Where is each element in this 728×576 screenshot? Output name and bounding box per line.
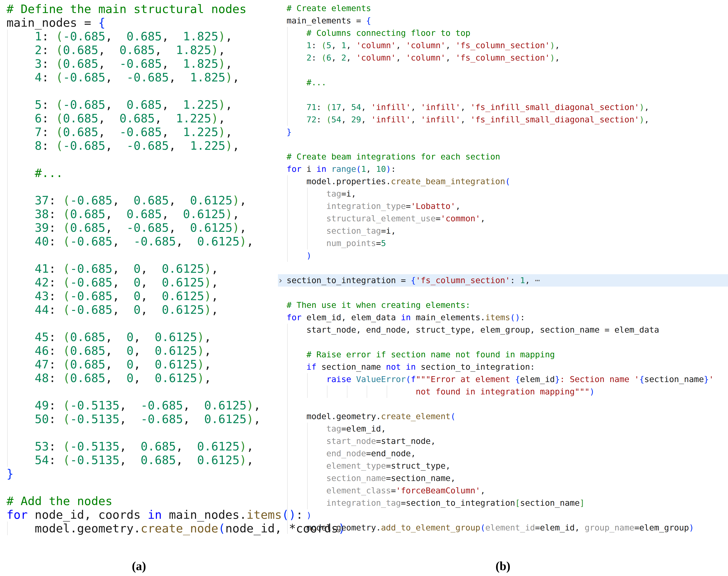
code-line: #... xyxy=(278,76,728,89)
code-token: -0.685 xyxy=(70,262,112,276)
code-token: -0.685 xyxy=(141,412,183,426)
code-token: ) xyxy=(218,29,225,43)
code-token: ( xyxy=(63,194,70,207)
indent-guide xyxy=(287,385,288,398)
code-token: 'fs_column_section' xyxy=(456,53,550,62)
code-token: create_node xyxy=(141,522,218,535)
code-token xyxy=(287,78,306,87)
code-token: model.geometry. xyxy=(287,411,381,421)
code-token xyxy=(6,43,35,57)
code-token xyxy=(287,486,326,495)
code-token: , xyxy=(105,70,127,84)
code-token: =end_node, xyxy=(366,449,416,458)
code-token xyxy=(6,289,35,303)
code-token xyxy=(6,70,35,84)
code-token: , xyxy=(105,330,127,344)
code-token: -0.685 xyxy=(70,194,112,207)
code-token: , xyxy=(119,453,141,467)
code-line: 54: (-0.5135, 0.685, 0.6125), xyxy=(0,453,278,467)
code-token: , xyxy=(211,289,218,303)
code-line: # Add the nodes xyxy=(0,494,278,508)
indent-guide xyxy=(7,221,8,234)
code-token: 72 xyxy=(306,115,317,124)
code-token: ) xyxy=(197,344,204,357)
code-token: -0.685 xyxy=(70,276,112,289)
code-token xyxy=(287,40,306,50)
code-token: -0.685 xyxy=(127,139,169,152)
code-token: main_nodes = xyxy=(6,16,98,29)
code-token: ( xyxy=(56,125,63,139)
code-token: , xyxy=(218,112,225,125)
code-token: 'infill' xyxy=(371,115,411,124)
code-line: model.properties.create_beam_integration… xyxy=(278,175,728,188)
code-line xyxy=(0,248,278,262)
code-token: group_name xyxy=(585,523,635,532)
code-token: ( xyxy=(56,70,63,84)
code-token: ( xyxy=(63,221,70,234)
code-token: 0.685 xyxy=(63,125,98,139)
code-token: ) xyxy=(211,112,218,125)
code-token: for xyxy=(6,508,28,522)
code-token: elem_id, elem_data xyxy=(302,313,401,322)
code-line: num_points=5 xyxy=(278,237,728,250)
code-token: , xyxy=(141,303,162,317)
code-token: =struct_type, xyxy=(386,461,451,470)
code-token: ) xyxy=(225,70,233,84)
code-token: =start_node, xyxy=(376,436,436,446)
indent-guide xyxy=(307,212,308,225)
code-token xyxy=(287,436,326,446)
code-token xyxy=(6,357,35,371)
code-token: 0.6125 xyxy=(190,194,232,207)
code-token: , xyxy=(246,453,253,467)
code-token: 0 xyxy=(127,330,134,344)
code-line xyxy=(278,64,728,76)
code-token: ( xyxy=(63,303,70,317)
code-token: , xyxy=(183,412,204,426)
code-token: , xyxy=(98,125,119,139)
code-token: ) xyxy=(218,98,225,112)
code-token: , xyxy=(396,53,406,62)
code-token: , xyxy=(141,276,162,289)
code-token xyxy=(287,473,326,483)
indent-guide xyxy=(7,385,8,399)
code-token: 0.6125 xyxy=(197,439,240,453)
code-token xyxy=(6,29,35,43)
code-token: start_node, end_node, struct_type, elem_… xyxy=(287,325,659,335)
code-token: , xyxy=(225,125,233,139)
code-line: end_node=end_node, xyxy=(278,448,728,460)
code-token: , xyxy=(105,139,127,152)
code-token: : xyxy=(42,57,56,70)
indent-guide xyxy=(307,485,308,497)
code-token: , xyxy=(232,139,240,152)
code-token: 0 xyxy=(127,357,134,371)
code-line: 40: (-0.685, -0.685, 0.6125), xyxy=(0,234,278,248)
code-token: 45 xyxy=(35,330,49,344)
code-token: , xyxy=(253,399,261,412)
fold-chevron-icon[interactable]: › xyxy=(279,275,282,286)
code-token: in xyxy=(147,508,162,522)
code-token: , xyxy=(155,112,176,125)
code-token: ) xyxy=(306,251,312,260)
code-token: ) xyxy=(197,357,204,371)
code-token: =i, xyxy=(341,189,356,199)
code-token: -0.5135 xyxy=(70,453,119,467)
code-token: ( xyxy=(63,439,70,453)
code-token: ) xyxy=(550,53,555,62)
code-listing-elements: # Create elementsmain_elements = { # Col… xyxy=(278,0,728,534)
code-token: , xyxy=(480,486,485,495)
indent-guide xyxy=(287,497,288,509)
code-token: : xyxy=(510,276,520,285)
code-token: ( xyxy=(63,330,70,344)
code-token xyxy=(6,412,35,426)
code-token: : xyxy=(49,357,63,371)
code-token: 1 xyxy=(361,164,366,174)
indent-guide xyxy=(307,373,308,385)
code-token: 0 xyxy=(134,289,141,303)
code-line: 48: (0.685, 0, 0.6125), xyxy=(0,371,278,385)
code-token: , xyxy=(119,439,141,453)
code-token xyxy=(6,234,35,248)
indent-guide xyxy=(287,348,288,361)
code-token: , xyxy=(112,276,134,289)
indent-guide xyxy=(7,248,8,262)
code-line: 4: (-0.685, -0.685, 1.825), xyxy=(0,70,278,84)
